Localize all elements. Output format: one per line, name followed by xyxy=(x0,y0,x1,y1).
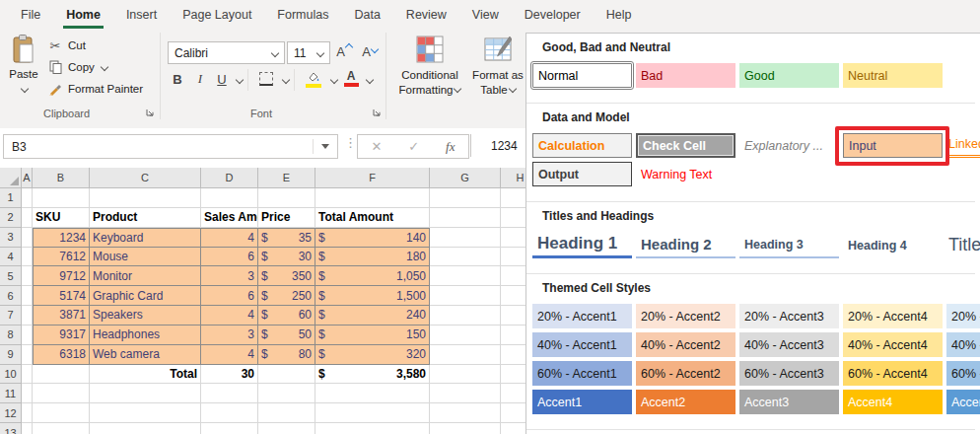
cell-B4[interactable]: 7612 xyxy=(33,248,90,267)
row-header-8[interactable]: 8 xyxy=(0,326,22,345)
tab-developer[interactable]: Developer xyxy=(512,0,594,30)
cell-B5[interactable]: 9712 xyxy=(33,266,90,286)
cell-style-accent2[interactable]: Accent2 xyxy=(636,390,735,414)
cell-B9[interactable]: 6318 xyxy=(33,345,90,365)
cell-style-40-accent4[interactable]: 40% - Accent4 xyxy=(843,332,943,357)
cell-A7[interactable] xyxy=(22,306,33,326)
font-color-dropdown-chevron-icon[interactable] xyxy=(366,76,374,84)
cell-style-heading-2[interactable]: Heading 2 xyxy=(636,232,735,258)
font-name-combobox[interactable]: Calibri xyxy=(168,41,285,64)
cell-B7[interactable]: 3871 xyxy=(33,306,90,326)
cell-style-accent1[interactable]: Accent1 xyxy=(532,390,632,414)
row-header-4[interactable]: 4 xyxy=(0,248,22,267)
font-size-combobox[interactable]: 11 xyxy=(287,41,330,64)
cell-D3[interactable]: 4 xyxy=(201,228,258,248)
row-header-12[interactable]: 12 xyxy=(0,403,22,423)
underline-button[interactable]: U xyxy=(213,68,231,90)
cell-B10[interactable] xyxy=(33,365,90,385)
cell-B6[interactable]: 5174 xyxy=(33,286,90,306)
cell-D4[interactable]: 6 xyxy=(201,248,258,267)
cell-G7[interactable] xyxy=(430,306,501,326)
col-header-E[interactable]: E xyxy=(258,168,315,188)
cell-D6[interactable]: 6 xyxy=(201,286,258,306)
cell-A10[interactable] xyxy=(22,365,33,385)
paste-dropdown-chevron-icon[interactable] xyxy=(21,85,29,93)
cell-style-normal[interactable]: Normal xyxy=(532,63,632,88)
cell-style-40-accent5[interactable]: 40% - Accent5 xyxy=(946,332,980,357)
cell-style-accent3[interactable]: Accent3 xyxy=(739,390,839,414)
cell-C11[interactable] xyxy=(90,384,201,403)
cell-G6[interactable] xyxy=(430,286,501,306)
cell-style-neutral[interactable]: Neutral xyxy=(843,63,943,88)
cell-C1[interactable] xyxy=(90,188,201,208)
cell-E12[interactable] xyxy=(258,403,315,423)
cell-D1[interactable] xyxy=(201,188,258,208)
font-color-button[interactable]: A xyxy=(340,66,362,92)
cell-G9[interactable] xyxy=(430,345,501,365)
format-as-table-button[interactable]: Format as Table xyxy=(467,32,528,126)
row-header-3[interactable]: 3 xyxy=(0,228,22,248)
cell-B12[interactable] xyxy=(33,403,90,423)
conditional-formatting-button[interactable]: Conditional Formatting xyxy=(392,32,467,126)
bold-button[interactable]: B xyxy=(169,68,186,90)
cell-B2[interactable]: SKU xyxy=(33,208,90,228)
col-header-F[interactable]: F xyxy=(315,168,430,188)
font-dialog-launcher-icon[interactable] xyxy=(372,108,384,120)
tab-home[interactable]: Home xyxy=(53,0,113,30)
cell-F3[interactable]: $140 xyxy=(315,228,430,248)
cell-F2[interactable]: Total Amount xyxy=(315,208,430,228)
cell-style-20-accent2[interactable]: 20% - Accent2 xyxy=(636,304,735,328)
cell-D11[interactable] xyxy=(201,384,258,403)
tab-formulas[interactable]: Formulas xyxy=(264,0,341,30)
cut-button[interactable]: ✂ Cut xyxy=(47,36,86,54)
cell-C2[interactable]: Product xyxy=(90,208,201,228)
cell-F4[interactable]: $180 xyxy=(315,248,430,267)
cell-G2[interactable] xyxy=(430,208,501,228)
name-box-dropdown-icon[interactable] xyxy=(321,144,329,149)
col-header-B[interactable]: B xyxy=(33,168,90,188)
cancel-icon[interactable]: ✕ xyxy=(371,139,382,154)
fill-color-dropdown-chevron-icon[interactable] xyxy=(330,76,338,84)
tab-help[interactable]: Help xyxy=(594,0,645,30)
cell-style-accent5[interactable]: Accent5 xyxy=(946,390,980,414)
row-header-5[interactable]: 5 xyxy=(0,266,22,286)
cell-style-20-accent5[interactable]: 20% - Accent5 xyxy=(946,304,980,328)
cell-E5[interactable]: $350 xyxy=(258,266,315,286)
tab-insert[interactable]: Insert xyxy=(113,0,170,30)
name-box[interactable]: B3 xyxy=(3,134,338,159)
cell-F11[interactable] xyxy=(315,384,430,403)
borders-button[interactable] xyxy=(255,68,277,90)
cell-F10[interactable]: $3,580 xyxy=(315,365,430,385)
cell-F6[interactable]: $1,500 xyxy=(315,286,430,306)
row-header-7[interactable]: 7 xyxy=(0,306,22,326)
borders-dropdown-chevron-icon[interactable] xyxy=(282,76,290,84)
row-header-1[interactable]: 1 xyxy=(0,188,22,208)
col-header-A[interactable]: A xyxy=(22,168,33,188)
cell-C7[interactable]: Speakers xyxy=(90,306,201,326)
cell-style-40-accent2[interactable]: 40% - Accent2 xyxy=(636,332,735,357)
cell-A8[interactable] xyxy=(22,326,33,345)
cell-E11[interactable] xyxy=(258,384,315,403)
cell-A11[interactable] xyxy=(22,384,33,403)
cell-G1[interactable] xyxy=(430,188,501,208)
cell-style-60-accent5[interactable]: 60% - Accent5 xyxy=(946,361,980,386)
cell-E8[interactable]: $50 xyxy=(258,326,315,345)
cell-D9[interactable]: 4 xyxy=(201,345,258,365)
cell-style-20-accent3[interactable]: 20% - Accent3 xyxy=(739,304,839,328)
cell-style-output[interactable]: Output xyxy=(532,162,632,186)
enter-icon[interactable]: ✓ xyxy=(408,139,419,154)
cell-style-title[interactable]: Title xyxy=(946,232,980,258)
tab-page-layout[interactable]: Page Layout xyxy=(170,0,264,30)
cell-style-60-accent1[interactable]: 60% - Accent1 xyxy=(532,361,632,386)
cell-E3[interactable]: $35 xyxy=(258,228,315,248)
copy-dropdown-chevron-icon[interactable] xyxy=(101,63,108,71)
row-header-9[interactable]: 9 xyxy=(0,345,22,365)
cell-A4[interactable] xyxy=(22,248,33,267)
cell-A6[interactable] xyxy=(22,286,33,306)
cell-E10[interactable] xyxy=(258,365,315,385)
cell-style-20-accent1[interactable]: 20% - Accent1 xyxy=(532,304,632,328)
cell-A12[interactable] xyxy=(22,403,33,423)
increase-font-size-button[interactable]: A xyxy=(332,40,356,62)
formula-bar-drag-handle[interactable]: ⋮ xyxy=(344,135,357,150)
cell-F12[interactable] xyxy=(315,403,430,423)
